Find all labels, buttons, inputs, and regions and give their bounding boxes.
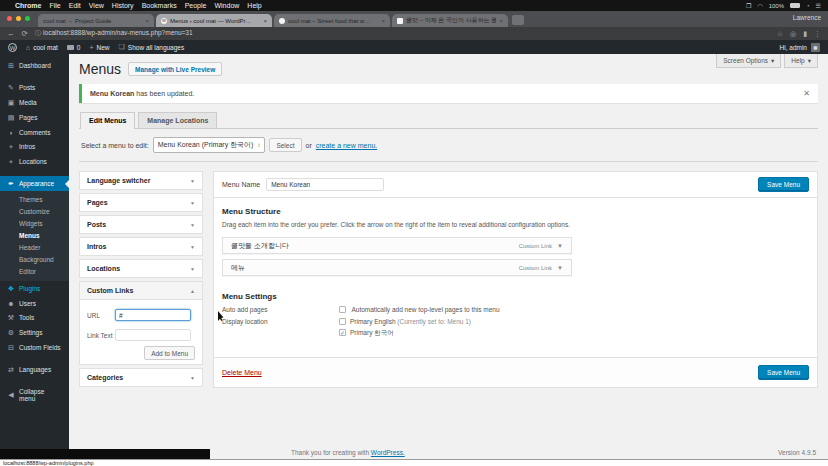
- info-icon[interactable]: ⓘ: [35, 29, 43, 36]
- sidebar-item-posts[interactable]: ✎ Posts: [0, 80, 69, 95]
- expand-item-icon[interactable]: ▼: [557, 265, 563, 271]
- select-button[interactable]: Select: [269, 138, 301, 152]
- menu-view[interactable]: View: [89, 2, 104, 9]
- menu-name-input[interactable]: [266, 178, 384, 191]
- users-icon: ☻: [7, 300, 15, 307]
- menu-select-dropdown[interactable]: Menu Korean (Primary 한국어)↕: [153, 137, 266, 153]
- plugins-icon: ❖: [7, 285, 15, 293]
- sidebar-item-dashboard[interactable]: ⊞ Dashboard: [0, 58, 69, 73]
- close-window-button[interactable]: [7, 16, 12, 21]
- submenu-item-background[interactable]: Background: [0, 253, 69, 265]
- sidebar-label: Dashboard: [19, 62, 51, 69]
- accordion-header[interactable]: Custom Links▲: [80, 282, 202, 300]
- browser-tab-4[interactable]: 쿨맛 – 이제 온 국민이 사용하는 쿨… ×: [392, 14, 508, 27]
- delete-menu-link[interactable]: Delete Menu: [222, 369, 262, 376]
- adminbar-site-link[interactable]: ⌂ cool mat: [26, 44, 58, 51]
- wordpress-link[interactable]: WordPress.: [371, 449, 405, 456]
- help-button[interactable]: Help▾: [784, 54, 818, 68]
- tab-close-icon[interactable]: ×: [145, 18, 149, 24]
- accordion-custom-links: Custom Links▲ URL Link Text Add to Menu: [79, 281, 203, 365]
- adminbar-greeting[interactable]: Hi, admin: [780, 44, 807, 51]
- new-tab-button[interactable]: [512, 15, 524, 25]
- sidebar-item-users[interactable]: ☻ Users: [0, 296, 69, 310]
- submenu-item-themes[interactable]: Themes: [0, 193, 69, 205]
- submenu-item-editor[interactable]: Editor: [0, 265, 69, 277]
- submenu-item-widgets[interactable]: Widgets: [0, 217, 69, 229]
- browser-profile-name[interactable]: Lawrence: [793, 14, 821, 21]
- menu-history[interactable]: History: [112, 2, 134, 9]
- accordion-header[interactable]: Locations▼: [80, 260, 202, 277]
- browser-tab-3[interactable]: cool mat – Street food that w… ×: [274, 14, 390, 27]
- sidebar-item-languages[interactable]: ⇄ Languages: [0, 362, 69, 377]
- browser-tab-1[interactable]: cool mat → Project Guide ×: [38, 14, 154, 27]
- reload-icon[interactable]: ⟳: [22, 29, 28, 38]
- menu-help[interactable]: Help: [247, 2, 261, 9]
- back-icon[interactable]: ←: [7, 29, 15, 38]
- tab-edit-menus[interactable]: Edit Menus: [80, 112, 135, 129]
- sidebar-item-custom-fields[interactable]: ⊟ Custom Fields: [0, 340, 69, 355]
- sidebar-item-appearance[interactable]: ✒ Appearance: [0, 176, 69, 191]
- save-menu-button-top[interactable]: Save Menu: [758, 177, 809, 192]
- sidebar-item-plugins[interactable]: ❖ Plugins: [0, 281, 69, 296]
- address-bar[interactable]: ⓘ localhost:8888/wp-admin/nav-menus.php?…: [35, 29, 193, 38]
- menu-name-label: Menu Name: [222, 181, 260, 188]
- wordpress-logo-icon[interactable]: W: [8, 43, 17, 52]
- adminbar-comments[interactable]: 0: [67, 44, 81, 51]
- menu-people[interactable]: People: [185, 2, 207, 9]
- tab-close-icon[interactable]: ×: [381, 18, 385, 24]
- menu-edit[interactable]: Edit: [69, 2, 81, 9]
- submenu-item-menus[interactable]: Menus: [0, 229, 69, 241]
- accordion-header[interactable]: Language switcher▼: [80, 172, 202, 189]
- display-mirror-icon[interactable]: ❐: [746, 2, 751, 9]
- accordion-header[interactable]: Intros▼: [80, 238, 202, 255]
- sidebar-item-locations[interactable]: ⌖ Locations: [0, 154, 69, 169]
- notification-center-icon[interactable]: ☰: [816, 2, 821, 9]
- accordion-header[interactable]: Posts▼: [80, 216, 202, 233]
- auto-add-pages-checkbox[interactable]: [339, 306, 346, 313]
- dismiss-notice-icon[interactable]: ✕: [803, 89, 810, 98]
- extension-icon[interactable]: ◎: [790, 30, 796, 38]
- sidebar-separator: [0, 355, 69, 362]
- add-to-menu-button[interactable]: Add to Menu: [144, 346, 195, 360]
- adminbar-new[interactable]: + New: [89, 44, 109, 51]
- sidebar-item-pages[interactable]: ▤ Pages: [0, 110, 69, 125]
- screen-options-button[interactable]: Screen Options▾: [716, 54, 781, 68]
- location-primary-english-checkbox[interactable]: [339, 318, 346, 325]
- menu-chrome[interactable]: Chrome: [15, 2, 41, 9]
- menu-bookmarks[interactable]: Bookmarks: [142, 2, 177, 9]
- menu-file[interactable]: File: [49, 2, 60, 9]
- url-input[interactable]: [115, 309, 191, 321]
- sidebar-item-intros[interactable]: ⌖ Intros: [0, 139, 69, 154]
- adminbar-show-all-languages[interactable]: ❏ Show all languages: [119, 43, 185, 51]
- wifi-icon[interactable]: ◠: [757, 2, 762, 9]
- more-menu-icon[interactable]: ⋮: [814, 30, 821, 38]
- sidebar-item-comments[interactable]: ◗ Comments: [0, 125, 69, 139]
- accordion-header[interactable]: Categories▼: [80, 369, 202, 386]
- location-primary-korean-checkbox[interactable]: ✓: [339, 329, 346, 336]
- save-menu-button-bottom[interactable]: Save Menu: [758, 365, 809, 380]
- submenu-item-header[interactable]: Header: [0, 241, 69, 253]
- sidebar-collapse-menu[interactable]: ◀ Collapse menu: [0, 384, 69, 405]
- accordion-header[interactable]: Pages▼: [80, 194, 202, 211]
- custom-links-panel: URL Link Text Add to Menu: [80, 300, 202, 364]
- manage-live-preview-button[interactable]: Manage with Live Preview: [128, 62, 222, 76]
- bookmark-star-icon[interactable]: ☆: [777, 30, 783, 38]
- sidebar-item-tools[interactable]: ⚒ Tools: [0, 310, 69, 325]
- submenu-item-customize[interactable]: Customize: [0, 205, 69, 217]
- tab-close-icon[interactable]: ×: [499, 18, 503, 24]
- extension-icon-2[interactable]: ▮: [803, 30, 807, 38]
- link-text-input[interactable]: [115, 329, 191, 341]
- menu-window[interactable]: Window: [214, 2, 239, 9]
- expand-item-icon[interactable]: ▼: [557, 243, 563, 249]
- menu-item-row[interactable]: 메뉴 Custom Link ▼: [222, 259, 572, 276]
- minimize-window-button[interactable]: [16, 16, 21, 21]
- tab-manage-locations[interactable]: Manage Locations: [138, 112, 217, 128]
- sidebar-item-media[interactable]: ▣ Media: [0, 95, 69, 110]
- zoom-window-button[interactable]: [25, 16, 30, 21]
- browser-tab-2-active[interactable]: W Menus ‹ cool mat — WordPr… ×: [156, 14, 272, 27]
- clock-icon[interactable]: ◔: [806, 3, 810, 9]
- tab-close-icon[interactable]: ×: [263, 18, 267, 24]
- create-new-menu-link[interactable]: create a new menu.: [316, 142, 377, 149]
- sidebar-item-settings[interactable]: ⚙ Settings: [0, 325, 69, 340]
- menu-item-row[interactable]: 쿨맛을 소개합니다 Custom Link ▼: [222, 237, 572, 254]
